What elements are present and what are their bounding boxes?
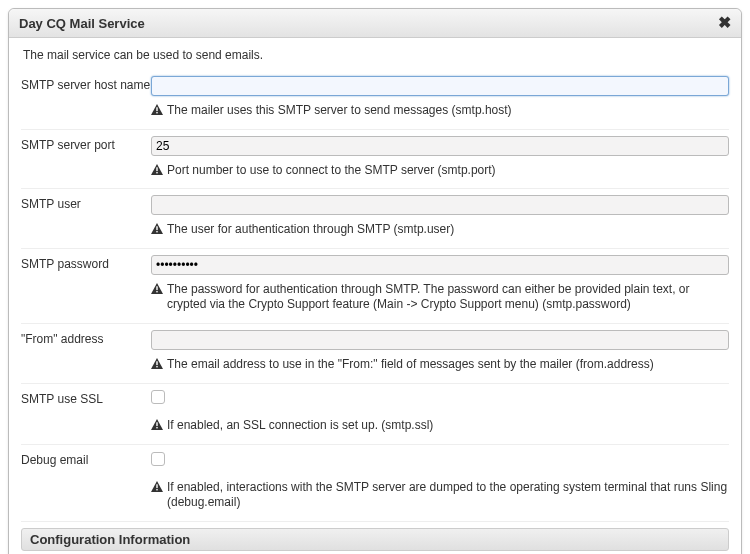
- help-smtp-password: The password for authentication through …: [151, 282, 729, 313]
- warning-icon: [151, 164, 163, 175]
- checkbox-debug-email[interactable]: [151, 452, 165, 466]
- label-smtp-host: SMTP server host name: [21, 76, 151, 119]
- svg-rect-8: [156, 361, 157, 365]
- svg-rect-4: [156, 226, 157, 230]
- row-smtp-host: SMTP server host name The mailer uses th…: [21, 70, 729, 130]
- dialog-body: The mail service can be used to send ema…: [9, 38, 741, 554]
- input-from-address[interactable]: [151, 330, 729, 350]
- row-smtp-user: SMTP user The user for authentication th…: [21, 189, 729, 249]
- row-debug-email: Debug email If enabled, interactions wit…: [21, 445, 729, 522]
- svg-rect-5: [156, 231, 157, 232]
- row-smtp-password: SMTP password The password for authentic…: [21, 249, 729, 324]
- svg-rect-1: [156, 112, 157, 113]
- svg-rect-7: [156, 291, 157, 292]
- input-smtp-port[interactable]: [151, 136, 729, 156]
- svg-rect-2: [156, 167, 157, 171]
- input-smtp-user[interactable]: [151, 195, 729, 215]
- svg-rect-10: [156, 423, 157, 427]
- label-smtp-ssl: SMTP use SSL: [21, 390, 151, 434]
- warning-icon: [151, 223, 163, 234]
- input-smtp-host[interactable]: [151, 76, 729, 96]
- row-from-address: "From" address The email address to use …: [21, 324, 729, 384]
- help-smtp-port: Port number to use to connect to the SMT…: [151, 163, 729, 179]
- help-smtp-ssl: If enabled, an SSL connection is set up.…: [151, 418, 729, 434]
- dialog-header: Day CQ Mail Service ✖: [9, 9, 741, 38]
- config-info-header: Configuration Information: [21, 528, 729, 551]
- help-smtp-host: The mailer uses this SMTP server to send…: [151, 103, 729, 119]
- svg-rect-0: [156, 107, 157, 111]
- warning-icon: [151, 283, 163, 294]
- warning-icon: [151, 358, 163, 369]
- help-smtp-user: The user for authentication through SMTP…: [151, 222, 729, 238]
- svg-rect-11: [156, 427, 157, 428]
- label-smtp-port: SMTP server port: [21, 136, 151, 179]
- dialog-description: The mail service can be used to send ema…: [23, 48, 729, 62]
- label-smtp-password: SMTP password: [21, 255, 151, 313]
- row-smtp-port: SMTP server port Port number to use to c…: [21, 130, 729, 190]
- svg-rect-13: [156, 489, 157, 490]
- warning-icon: [151, 481, 163, 492]
- label-debug-email: Debug email: [21, 451, 151, 511]
- close-icon[interactable]: ✖: [718, 15, 731, 31]
- checkbox-smtp-ssl[interactable]: [151, 390, 165, 404]
- svg-rect-3: [156, 172, 157, 173]
- warning-icon: [151, 104, 163, 115]
- label-from-address: "From" address: [21, 330, 151, 373]
- input-smtp-password[interactable]: [151, 255, 729, 275]
- svg-rect-12: [156, 484, 157, 488]
- label-smtp-user: SMTP user: [21, 195, 151, 238]
- dialog-title: Day CQ Mail Service: [19, 16, 145, 31]
- help-debug-email: If enabled, interactions with the SMTP s…: [151, 480, 729, 511]
- help-from-address: The email address to use in the "From:" …: [151, 357, 729, 373]
- svg-rect-9: [156, 366, 157, 367]
- row-smtp-ssl: SMTP use SSL If enabled, an SSL connecti…: [21, 384, 729, 445]
- config-dialog: Day CQ Mail Service ✖ The mail service c…: [8, 8, 742, 554]
- svg-rect-6: [156, 286, 157, 290]
- warning-icon: [151, 419, 163, 430]
